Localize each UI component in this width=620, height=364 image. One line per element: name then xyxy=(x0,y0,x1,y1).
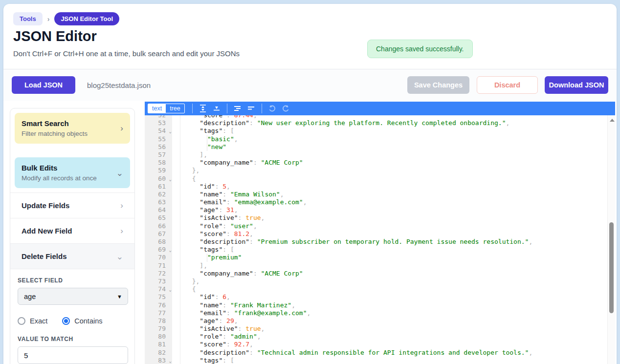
code-text[interactable]: ], xyxy=(172,151,607,159)
code-line[interactable]: 52 "score": 87.44, xyxy=(145,115,607,119)
code-line[interactable]: 80 "role": "admin", xyxy=(145,333,607,341)
code-line[interactable]: 82 "description": "Technical admin respo… xyxy=(145,349,607,357)
code-text[interactable]: "tags": [ xyxy=(172,246,607,254)
fold-chevron-icon[interactable]: ⌄ xyxy=(169,246,172,254)
code-text[interactable]: ], xyxy=(172,262,607,270)
mode-text-button[interactable]: text xyxy=(148,104,166,113)
code-line[interactable]: 73 }, xyxy=(145,278,607,285)
download-json-button[interactable]: Download JSON xyxy=(545,76,608,94)
format-json-icon[interactable] xyxy=(232,103,244,114)
code-line[interactable]: 61 "id": 5, xyxy=(145,183,607,191)
fold-chevron-icon[interactable]: ⌄ xyxy=(169,175,172,183)
code-line[interactable]: 83⌄ "tags": [ xyxy=(145,357,607,364)
code-line[interactable]: 72 "company_name": "ACME Corp" xyxy=(145,270,607,278)
code-text[interactable]: "email": "emma@example.com", xyxy=(172,198,607,206)
code-line[interactable]: 53 "description": "New user exploring th… xyxy=(145,119,607,127)
code-line[interactable]: 62 "name": "Emma Wilson", xyxy=(145,191,607,198)
value-to-match-input[interactable] xyxy=(18,346,128,364)
code-text[interactable]: "isActive": true, xyxy=(172,214,607,222)
code-text[interactable]: "description": "Premium subscriber on te… xyxy=(172,238,607,246)
code-line[interactable]: 66 "role": "user", xyxy=(145,222,607,230)
save-changes-button[interactable]: Save Changes xyxy=(407,76,469,94)
code-lines[interactable]: 52 "score": 87.44,53 "description": "New… xyxy=(145,115,607,364)
code-line[interactable]: 65 "isActive": true, xyxy=(145,214,607,222)
code-line[interactable]: 81 "score": 92.7, xyxy=(145,341,607,348)
code-line[interactable]: 68 "description": "Premium subscriber on… xyxy=(145,238,607,246)
smart-search-card[interactable]: Smart Search Filter matching objects › xyxy=(15,113,130,144)
code-line[interactable]: 69⌄ "tags": [ xyxy=(145,246,607,254)
code-line[interactable]: 71 ], xyxy=(145,262,607,270)
code-text[interactable]: "description": "New user exploring the p… xyxy=(172,119,607,127)
code-line[interactable]: 64 "age": 31, xyxy=(145,206,607,214)
code-line[interactable]: 55 "basic", xyxy=(145,135,607,143)
undo-icon[interactable] xyxy=(266,103,278,114)
code-line[interactable]: 60⌄ { xyxy=(145,175,607,183)
scroll-up-arrow-icon[interactable] xyxy=(610,119,615,122)
mode-tree-button[interactable]: tree xyxy=(166,104,184,113)
code-text[interactable]: "id": 5, xyxy=(172,183,607,191)
discard-button[interactable]: Discard xyxy=(477,76,538,94)
fold-chevron-icon[interactable]: ⌄ xyxy=(169,286,172,294)
code-line[interactable]: 78 "age": 29, xyxy=(145,317,607,325)
code-text[interactable]: "score": 87.44, xyxy=(172,115,607,119)
sidebar-item-add-new-field[interactable]: Add New Field› xyxy=(10,218,134,243)
sidebar-item-update-fields[interactable]: Update Fields› xyxy=(10,193,134,218)
value-to-match-label: VALUE TO MATCH xyxy=(18,336,127,343)
editor-content[interactable]: 52 "score": 87.44,53 "description": "New… xyxy=(145,115,615,364)
code-line[interactable]: 77 "email": "frank@example.com", xyxy=(145,309,607,317)
breadcrumb-json-editor-tool[interactable]: JSON Editor Tool xyxy=(54,12,119,25)
code-text[interactable]: "name": "Emma Wilson", xyxy=(172,191,607,198)
code-line[interactable]: 70 "premium" xyxy=(145,254,607,261)
code-line[interactable]: 67 "score": 81.2, xyxy=(145,230,607,238)
code-text[interactable]: "age": 31, xyxy=(172,206,607,214)
code-text[interactable]: { xyxy=(172,175,607,183)
radio-contains[interactable]: Contains xyxy=(62,317,102,325)
code-text[interactable]: "premium" xyxy=(172,254,607,261)
code-text[interactable]: "basic", xyxy=(172,135,607,143)
sidebar-item-delete-fields[interactable]: Delete Fields⌄ xyxy=(10,243,134,269)
fold-chevron-icon[interactable]: ⌄ xyxy=(169,128,172,135)
code-text[interactable]: "role": "user", xyxy=(172,222,607,230)
code-line[interactable]: 56 "new" xyxy=(145,143,607,151)
scrollbar-thumb[interactable] xyxy=(609,222,614,313)
code-line[interactable]: 57 ], xyxy=(145,151,607,159)
code-text[interactable]: "role": "admin", xyxy=(172,333,607,341)
compact-json-icon[interactable] xyxy=(245,103,257,114)
code-line[interactable]: 79 "isActive": true, xyxy=(145,325,607,333)
code-text[interactable]: "tags": [ xyxy=(172,357,607,364)
radio-unselected-icon[interactable] xyxy=(18,317,25,325)
code-text[interactable]: { xyxy=(172,285,607,293)
bulk-edits-card[interactable]: Bulk Edits Modify all records at once ⌄ xyxy=(15,157,130,188)
collapse-all-icon[interactable] xyxy=(211,103,222,114)
code-text[interactable]: "description": "Technical admin responsi… xyxy=(172,349,607,357)
code-line[interactable]: 75 "id": 6, xyxy=(145,293,607,301)
radio-selected-icon[interactable] xyxy=(62,317,70,325)
code-text[interactable]: "new" xyxy=(172,143,607,151)
code-line[interactable]: 58 "company_name": "ACME Corp" xyxy=(145,159,607,167)
code-text[interactable]: "age": 29, xyxy=(172,317,607,325)
code-text[interactable]: }, xyxy=(172,167,607,174)
breadcrumb-tools[interactable]: Tools xyxy=(13,12,43,25)
code-text[interactable]: "company_name": "ACME Corp" xyxy=(172,270,607,278)
code-text[interactable]: "email": "frank@example.com", xyxy=(172,309,607,317)
code-text[interactable]: "score": 81.2, xyxy=(172,230,607,238)
code-text[interactable]: "company_name": "ACME Corp" xyxy=(172,159,607,167)
code-text[interactable]: "score": 92.7, xyxy=(172,341,607,348)
code-text[interactable]: "isActive": true, xyxy=(172,325,607,333)
code-line[interactable]: 74⌄ { xyxy=(145,285,607,293)
code-line[interactable]: 76 "name": "Frank Martinez", xyxy=(145,301,607,309)
code-text[interactable]: "tags": [ xyxy=(172,127,607,135)
expand-all-icon[interactable] xyxy=(197,103,209,114)
fold-chevron-icon[interactable]: ⌄ xyxy=(169,357,172,364)
load-json-button[interactable]: Load JSON xyxy=(12,76,75,94)
radio-exact[interactable]: Exact xyxy=(18,317,47,325)
field-select[interactable]: age ▼ xyxy=(18,288,128,305)
redo-icon[interactable] xyxy=(280,103,292,114)
code-line[interactable]: 63 "email": "emma@example.com", xyxy=(145,198,607,206)
line-number: 62 xyxy=(145,191,172,198)
code-text[interactable]: "name": "Frank Martinez", xyxy=(172,301,607,309)
code-line[interactable]: 54⌄ "tags": [ xyxy=(145,127,607,135)
code-text[interactable]: "id": 6, xyxy=(172,293,607,301)
code-text[interactable]: }, xyxy=(172,278,607,285)
code-line[interactable]: 59 }, xyxy=(145,167,607,174)
